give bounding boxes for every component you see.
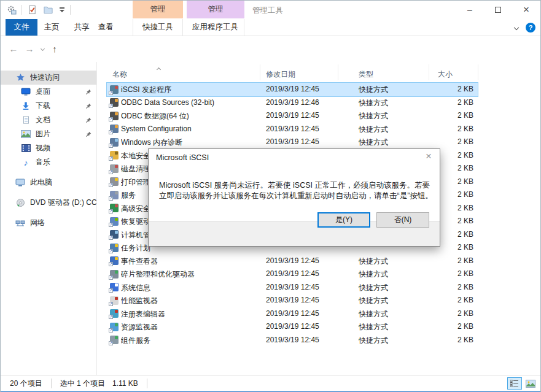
file-date: 2019/3/19 12:45 [266, 85, 319, 93]
tab-view[interactable]: 查看 [93, 19, 119, 36]
column-divider[interactable] [429, 64, 429, 80]
recent-locations-dropdown[interactable] [37, 47, 47, 50]
dialog-footer: 是(Y) 否(N) [149, 221, 440, 246]
column-header-name[interactable]: 名称 [112, 69, 127, 80]
table-row[interactable]: ↗ ODBC Data Sources (32-bit) 2019/3/19 1… [107, 96, 478, 110]
forward-button[interactable]: → [21, 44, 37, 54]
dialog-message: Microsoft iSCSI 服务尚未运行。若要使 iSCSI 正常工作，必须… [159, 180, 434, 201]
file-size: 2 KB [430, 85, 473, 93]
yes-button[interactable]: 是(Y) [317, 212, 370, 228]
sidebar-item-desktop[interactable]: 桌面 [1, 85, 96, 99]
quick-access-icon [15, 73, 25, 83]
sidebar-item-this-pc[interactable]: 此电脑 [1, 175, 96, 190]
sidebar-item-documents[interactable]: 文档 [1, 113, 96, 127]
minimize-button[interactable]: – [456, 1, 484, 19]
file-name: 碎片整理和优化驱动器 [121, 269, 262, 280]
no-button[interactable]: 否(N) [376, 212, 429, 228]
shortcut-file-icon: ↗ [110, 244, 119, 252]
shortcut-file-icon: ↗ [110, 164, 119, 173]
table-row[interactable]: ↗ 事件查看器 2019/3/19 12:45 快捷方式 2 KB [107, 255, 478, 268]
shortcut-file-icon: ↗ [110, 336, 119, 344]
sidebar-item-label: 此电脑 [30, 177, 52, 188]
up-button[interactable]: ↑ [47, 44, 62, 54]
dvd-icon [15, 198, 25, 208]
customize-qat-dropdown[interactable] [58, 7, 66, 12]
videos-icon [21, 144, 31, 153]
file-name: iSCSI 发起程序 [121, 85, 262, 95]
properties-button[interactable] [26, 4, 38, 16]
table-row[interactable]: ↗ 资源监视器 2019/3/19 12:45 快捷方式 2 KB [107, 320, 478, 334]
table-row[interactable]: ↗ 性能监视器 2019/3/19 12:45 快捷方式 2 KB [107, 294, 478, 307]
file-date: 2019/3/19 12:45 [266, 137, 319, 146]
sidebar-item-label: 下载 [36, 101, 50, 111]
status-bar: 20 个项目 选中 1 个项目 1.11 KB [1, 375, 540, 391]
tab-application-tools[interactable]: 应用程序工具 [187, 19, 244, 36]
tab-home[interactable]: 主页 [39, 19, 64, 36]
shortcut-file-icon: ↗ [110, 191, 119, 199]
sidebar-item-network[interactable]: 网络 [1, 216, 96, 230]
sort-ascending-icon [157, 64, 160, 73]
file-size: 2 KB [430, 256, 473, 265]
file-date: 2019/3/19 12:45 [266, 111, 319, 120]
shortcut-file-icon: ↗ [110, 270, 119, 279]
column-divider[interactable] [478, 64, 478, 80]
sidebar: 快速访问 桌面 下载 文档 图片 视频 ♪ 音乐 此电脑 [1, 62, 97, 375]
shortcut-file-icon: ↗ [110, 112, 119, 120]
pin-icon [85, 102, 91, 111]
shortcut-file-icon: ↗ [110, 98, 119, 107]
sidebar-item-pictures[interactable]: 图片 [1, 127, 96, 141]
table-row[interactable]: ↗ 注册表编辑器 2019/3/19 12:45 快捷方式 2 KB [107, 307, 478, 321]
column-header-size[interactable]: 大小 [438, 69, 453, 80]
details-view-button[interactable] [507, 377, 522, 390]
back-button[interactable]: ← [6, 44, 21, 54]
maximize-icon [495, 7, 501, 13]
dialog-close-icon[interactable]: × [422, 150, 435, 163]
table-row[interactable]: ↗ System Configuration 2019/3/19 12:45 快… [107, 123, 478, 136]
window-controls: – × [456, 1, 540, 19]
file-type: 快捷方式 [359, 85, 388, 95]
file-size: 2 KB [430, 137, 473, 146]
pin-icon [85, 117, 91, 125]
file-type: 快捷方式 [359, 269, 388, 280]
desktop-icon [21, 87, 31, 97]
help-icon[interactable]: ? [526, 23, 535, 33]
sidebar-item-quick-access[interactable]: 快速访问 [1, 71, 96, 85]
sidebar-item-downloads[interactable]: 下载 [1, 99, 96, 113]
sidebar-item-dvd-drive[interactable]: DVD 驱动器 (D:) CC [1, 196, 96, 210]
column-divider[interactable] [260, 64, 260, 80]
file-name: ODBC 数据源(64 位) [121, 111, 262, 121]
shortcut-file-icon: ↗ [110, 204, 119, 212]
table-row[interactable]: ↗ ODBC 数据源(64 位) 2019/3/19 12:45 快捷方式 2 … [107, 109, 478, 123]
large-icons-view-button[interactable] [523, 377, 538, 390]
tab-shortcut-tools[interactable]: 快捷工具 [133, 19, 183, 36]
table-row[interactable]: ↗ 系统信息 2019/3/19 12:45 快捷方式 2 KB [107, 281, 478, 294]
file-size: 2 KB [430, 125, 473, 133]
table-row[interactable]: ↗ iSCSI 发起程序 2019/3/19 12:45 快捷方式 2 KB [107, 83, 478, 96]
table-row[interactable]: ↗ Windows 内存诊断 2019/3/19 12:45 快捷方式 2 KB [107, 136, 478, 149]
shortcut-file-icon: ↗ [110, 217, 119, 226]
table-row[interactable]: ↗ 碎片整理和优化驱动器 2019/3/19 12:45 快捷方式 2 KB [107, 267, 478, 281]
tab-file[interactable]: 文件 [6, 19, 37, 36]
file-date: 2019/3/19 12:45 [266, 322, 319, 331]
expand-ribbon-chevron-icon[interactable] [514, 25, 519, 29]
column-header-date[interactable]: 修改日期 [266, 69, 295, 80]
selection-count: 选中 1 个项目 [60, 379, 105, 389]
tab-share[interactable]: 共享 [69, 19, 95, 36]
sidebar-item-videos[interactable]: 视频 [1, 141, 96, 155]
admin-tools-window-icon [6, 4, 18, 16]
close-button[interactable]: × [512, 1, 540, 19]
sidebar-item-music[interactable]: ♪ 音乐 [1, 155, 96, 169]
shortcut-file-icon: ↗ [110, 125, 119, 133]
sidebar-item-label: 桌面 [36, 86, 50, 97]
window-title: 管理工具 [252, 6, 283, 16]
file-date: 2019/3/19 12:45 [266, 269, 319, 278]
new-folder-button[interactable] [42, 4, 54, 16]
column-divider[interactable] [338, 64, 338, 80]
column-header-type[interactable]: 类型 [359, 69, 373, 80]
maximize-button[interactable] [484, 1, 512, 19]
contextual-group-manage-shortcut: 管理 [133, 1, 183, 18]
table-row[interactable]: ↗ 组件服务 2019/3/19 12:45 快捷方式 2 KB [107, 334, 478, 347]
file-size: 2 KB [430, 269, 473, 278]
shortcut-file-icon: ↗ [110, 296, 119, 305]
file-date: 2019/3/19 12:45 [266, 283, 319, 291]
